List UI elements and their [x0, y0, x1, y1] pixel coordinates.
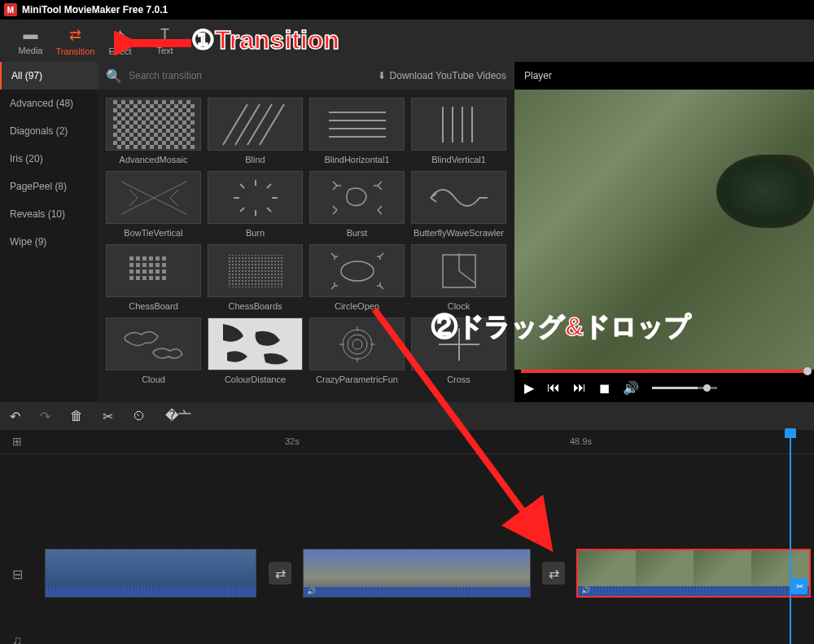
transition-item[interactable]: BlindVertical1 [411, 98, 506, 164]
delete-button[interactable]: 🗑 [70, 409, 83, 423]
transition-item[interactable]: CircleOpen [309, 244, 405, 311]
transition-name: AdvancedMosaic [120, 155, 188, 164]
sidebar-item-all[interactable]: All (97) [0, 62, 98, 90]
time-marker: 48.9s [570, 436, 592, 446]
app-icon: M [4, 3, 17, 16]
svg-rect-37 [129, 269, 133, 274]
playhead[interactable] [790, 430, 791, 644]
effect-tab[interactable]: ✦ Effect [98, 20, 142, 61]
svg-point-56 [343, 330, 372, 359]
transition-item[interactable]: BlindHorizontal1 [309, 98, 405, 164]
stop-button[interactable]: ◼ [599, 380, 610, 396]
transition-thumb [411, 244, 506, 297]
transition-item[interactable]: ColourDistance [208, 318, 303, 384]
svg-point-55 [348, 335, 367, 354]
svg-rect-29 [155, 256, 160, 261]
transition-name: Blind [245, 155, 265, 164]
transition-name: Burn [246, 228, 265, 238]
prev-button[interactable]: ⏮ [547, 380, 560, 395]
effect-icon: ✦ [114, 26, 126, 44]
transition-thumb [208, 98, 303, 151]
volume-icon[interactable]: 🔊 [623, 380, 639, 396]
play-button[interactable]: ▶ [524, 380, 534, 396]
transition-item[interactable]: ChessBoards [208, 244, 303, 311]
svg-rect-35 [155, 263, 160, 267]
sidebar-item-reveals[interactable]: Reveals (10) [0, 200, 98, 228]
split-badge[interactable]: ✂ [791, 578, 807, 594]
transition-item[interactable]: BowTieVertical [106, 171, 201, 238]
svg-rect-43 [129, 276, 133, 280]
transition-icon: ⇄ [69, 26, 81, 44]
transition-name: ColourDistance [225, 375, 286, 384]
transition-tab[interactable]: ⇄ Transition [53, 20, 98, 61]
sidebar-item-iris[interactable]: Iris (20) [0, 145, 98, 173]
transition-item[interactable]: Blind [208, 98, 303, 164]
download-link[interactable]: ⬇ Download YouTube Videos [378, 70, 506, 81]
transition-thumb [106, 244, 201, 297]
svg-rect-45 [142, 276, 147, 280]
timeline-toolbar: ↶ ↷ 🗑 ✂ ⏲ �亠 [0, 402, 814, 430]
track-area: ⊟ ♫ ⇄ 🔊 ⇄ 🔊 ✂ [0, 454, 814, 617]
progress-bar[interactable] [521, 370, 807, 373]
transition-name: CircleOpen [335, 301, 379, 311]
svg-rect-36 [162, 263, 166, 267]
transition-item[interactable]: Cloud [106, 318, 201, 384]
media-tab[interactable]: ▬ Media [8, 20, 53, 61]
add-track-icon[interactable]: ⊞ [12, 435, 22, 448]
redo-button[interactable]: ↷ [40, 409, 50, 424]
svg-rect-32 [136, 263, 140, 267]
transition-thumb [309, 98, 405, 151]
player-title: Player [514, 62, 814, 90]
transition-item[interactable]: Burn [208, 171, 303, 238]
timeline-ruler[interactable]: ⊞ 32s 48.9s [0, 430, 814, 454]
text-tab[interactable]: T Text [142, 20, 187, 61]
svg-rect-25 [129, 256, 133, 261]
transition-item[interactable]: AdvancedMosaic [106, 98, 201, 164]
svg-rect-30 [162, 256, 166, 261]
volume-slider[interactable] [652, 387, 717, 389]
svg-line-6 [260, 104, 284, 145]
transition-grid: AdvancedMosaic Blind BlindHorizontal1 Bl… [98, 90, 514, 392]
titlebar: M MiniTool MovieMaker Free 7.0.1 [0, 0, 814, 20]
speed-button[interactable]: ⏲ [133, 409, 146, 423]
video-clip[interactable]: 🔊 [303, 549, 531, 598]
svg-rect-48 [162, 276, 166, 280]
svg-line-4 [235, 104, 260, 145]
transition-thumb [411, 98, 506, 151]
sidebar-item-advanced[interactable]: Advanced (48) [0, 90, 98, 117]
preview-content [716, 155, 814, 228]
transition-thumb [106, 98, 201, 151]
svg-rect-39 [142, 269, 147, 274]
crop-button[interactable]: �亠 [165, 408, 191, 425]
transition-item[interactable]: CrazyParametricFun [309, 318, 405, 384]
undo-button[interactable]: ↶ [10, 409, 20, 424]
transition-item[interactable]: Burst [309, 171, 405, 238]
transition-item[interactable]: Cross [411, 318, 506, 384]
svg-line-24 [267, 208, 271, 212]
svg-rect-41 [155, 269, 160, 274]
category-sidebar: All (97) Advanced (48) Diagonals (2) Iri… [0, 62, 98, 402]
player-panel: Player ▶ ⏮ ⏭ ◼ 🔊 [514, 62, 814, 402]
svg-rect-27 [142, 256, 147, 261]
timeline[interactable]: ⊞ 32s 48.9s ⊟ ♫ ⇄ 🔊 ⇄ 🔊 ✂ [0, 430, 814, 644]
video-preview[interactable] [514, 90, 814, 370]
sidebar-item-wipe[interactable]: Wipe (9) [0, 228, 98, 256]
cut-button[interactable]: ✂ [103, 409, 113, 424]
transition-item[interactable]: Clock [411, 244, 506, 311]
transition-item[interactable]: ButterflyWaveScrawler [411, 171, 506, 238]
transition-name: BowTieVertical [124, 228, 182, 238]
sidebar-item-diagonals[interactable]: Diagonals (2) [0, 117, 98, 145]
svg-rect-34 [149, 263, 153, 267]
player-controls: ▶ ⏮ ⏭ ◼ 🔊 [514, 373, 814, 402]
search-input[interactable] [129, 70, 371, 81]
next-button[interactable]: ⏭ [573, 380, 586, 395]
transition-thumb [411, 171, 506, 224]
transition-slot[interactable]: ⇄ [542, 562, 565, 585]
video-clip-selected[interactable]: 🔊 ✂ [576, 549, 811, 598]
transition-slot[interactable]: ⇄ [269, 562, 291, 585]
sidebar-item-pagepeel[interactable]: PagePeel (8) [0, 173, 98, 200]
video-clip[interactable] [45, 549, 256, 598]
svg-rect-38 [136, 269, 140, 274]
transition-browser: 🔍 ⬇ Download YouTube Videos AdvancedMosa… [98, 62, 514, 402]
transition-item[interactable]: ChessBoard [106, 244, 201, 311]
